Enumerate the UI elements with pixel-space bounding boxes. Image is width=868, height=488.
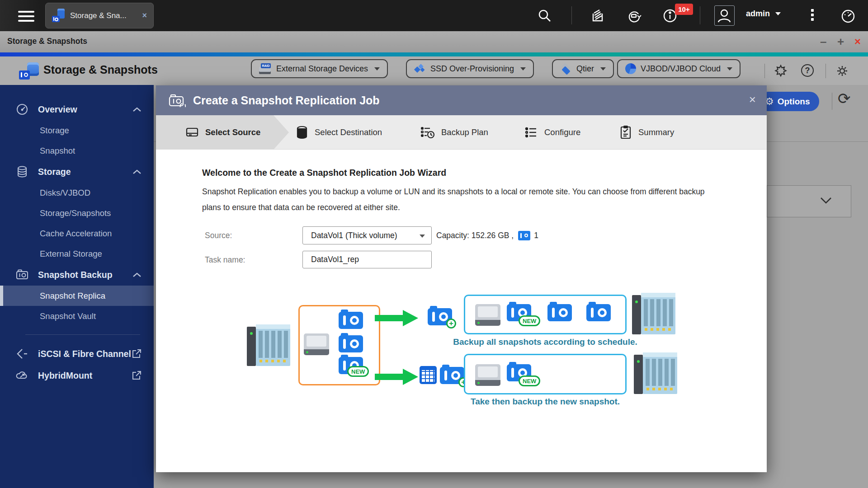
sidebar-item-snapshot-overview[interactable]: Snapshot bbox=[0, 141, 154, 161]
task-name-label: Task name: bbox=[205, 255, 245, 265]
sidebar-section-snapshot-backup[interactable]: Snapshot Backup bbox=[0, 264, 154, 286]
vjbod-button[interactable]: VJBOD/VJBOD Cloud bbox=[617, 59, 741, 78]
window-minimize-button[interactable]: – bbox=[820, 34, 826, 49]
replication-diagram: NEW NEW Backup all snapshots according t… bbox=[244, 289, 678, 408]
desktop-top-bar: Storage & Sna... × 10+ admin bbox=[0, 0, 868, 31]
disk-icon bbox=[475, 364, 500, 386]
collapsed-volume-panel[interactable] bbox=[767, 185, 851, 217]
step-configure[interactable]: Configure bbox=[524, 115, 580, 150]
chevron-up-icon[interactable] bbox=[132, 169, 142, 175]
global-settings-gear-icon[interactable] bbox=[835, 64, 849, 80]
source-dropdown[interactable]: DataVol1 (Thick volume) bbox=[302, 226, 432, 244]
header-divider bbox=[826, 64, 826, 78]
tab-close-icon[interactable]: × bbox=[142, 11, 147, 20]
sidebar-item-cache-acceleration[interactable]: Cache Acceleration bbox=[0, 223, 154, 244]
section-title: Storage bbox=[38, 167, 71, 177]
qtier-button[interactable]: Qtier bbox=[552, 59, 614, 78]
new-badge: NEW bbox=[347, 366, 369, 377]
options-button[interactable]: ⚙ Options bbox=[759, 92, 819, 111]
chevron-up-icon[interactable] bbox=[132, 106, 142, 113]
database-icon bbox=[15, 165, 30, 178]
iscsi-icon bbox=[15, 347, 30, 361]
gauge-icon bbox=[15, 103, 30, 116]
background-tasks-icon[interactable] bbox=[590, 8, 606, 23]
external-link-icon bbox=[131, 370, 142, 381]
snapshot-count-icon bbox=[518, 231, 530, 240]
dialog-content: Welcome to the Create a Snapshot Replica… bbox=[156, 150, 767, 472]
step-summary[interactable]: Summary bbox=[619, 115, 674, 150]
chevron-down-icon bbox=[819, 197, 833, 205]
nav-button-label: VJBOD/VJBOD Cloud bbox=[641, 64, 721, 74]
step-select-destination[interactable]: Select Destination bbox=[295, 115, 382, 150]
window-maximize-button[interactable]: + bbox=[837, 34, 844, 49]
snapshot-add-icon bbox=[428, 308, 452, 325]
help-icon[interactable]: ? bbox=[801, 64, 814, 77]
toolbar-divider bbox=[832, 93, 832, 110]
refresh-icon[interactable]: ⟳ bbox=[838, 89, 851, 108]
welcome-body: Snapshot Replication enables you to back… bbox=[202, 184, 706, 216]
nav-button-label: SSD Over-Provisioning bbox=[430, 64, 514, 74]
help-glyph: ? bbox=[801, 64, 814, 77]
sidebar-divider bbox=[25, 334, 140, 335]
external-link-icon bbox=[131, 348, 142, 359]
arrow-right-icon bbox=[375, 369, 418, 385]
sidebar-item-storage-overview[interactable]: Storage bbox=[0, 120, 154, 141]
external-storage-devices-button[interactable]: RAID External Storage Devices bbox=[251, 59, 388, 78]
window-close-button[interactable]: × bbox=[854, 34, 861, 49]
window-title: Storage & Snapshots bbox=[7, 37, 87, 46]
chevron-up-icon[interactable] bbox=[132, 272, 142, 278]
dialog-title-bar: Create a Snapshot Replication Job × bbox=[156, 85, 767, 115]
app-tab-label: Storage & Sna... bbox=[70, 11, 127, 20]
step-backup-plan[interactable]: Backup Plan bbox=[420, 115, 488, 150]
sidebar-item-storage-snapshots[interactable]: Storage/Snapshots bbox=[0, 203, 154, 223]
sidebar-section-storage[interactable]: Storage bbox=[0, 161, 154, 183]
step-label: Select Destination bbox=[315, 127, 382, 137]
schedule-caption: Backup all snapshots according to schedu… bbox=[448, 337, 642, 347]
user-avatar[interactable] bbox=[714, 5, 735, 26]
section-title: Overview bbox=[38, 104, 77, 115]
sync-status-icon[interactable] bbox=[626, 8, 642, 23]
task-name-input[interactable] bbox=[302, 251, 432, 268]
sidebar-item-disks-vjbod[interactable]: Disks/VJBOD bbox=[0, 183, 154, 203]
section-title: Snapshot Backup bbox=[38, 270, 113, 280]
sidebar-item-external-storage[interactable]: External Storage bbox=[0, 244, 154, 264]
welcome-heading: Welcome to the Create a Snapshot Replica… bbox=[202, 168, 446, 178]
chevron-down-icon bbox=[520, 67, 526, 70]
step-label: Summary bbox=[638, 127, 674, 137]
recover-scan-icon[interactable] bbox=[774, 64, 788, 80]
destination-nas-icon bbox=[634, 352, 677, 394]
storage-snapshots-app-icon bbox=[52, 9, 65, 22]
plan-clock-icon bbox=[420, 125, 435, 140]
step-select-source[interactable]: Select Source bbox=[185, 115, 260, 150]
sidebar-link-hybridmount[interactable]: HybridMount bbox=[0, 365, 154, 386]
more-options-icon[interactable] bbox=[810, 7, 815, 23]
ssd-over-provisioning-button[interactable]: SSD Over-Provisioning bbox=[406, 59, 534, 78]
capacity-label: Capacity: 152.26 GB , bbox=[436, 231, 514, 240]
source-nas-icon bbox=[247, 324, 290, 366]
snapshot-replication-icon bbox=[169, 94, 186, 107]
sidebar-section-overview[interactable]: Overview bbox=[0, 99, 154, 120]
sidebar-link-iscsi-fibre-channel[interactable]: iSCSI & Fibre Channel bbox=[0, 343, 154, 365]
admin-menu[interactable]: admin bbox=[746, 9, 781, 19]
app-tab[interactable]: Storage & Sna... × bbox=[45, 3, 154, 28]
chevron-down-icon bbox=[775, 12, 781, 15]
main-menu-icon[interactable] bbox=[18, 8, 34, 23]
options-label: Options bbox=[778, 97, 810, 107]
sidebar-item-snapshot-replica[interactable]: Snapshot Replica bbox=[0, 286, 154, 306]
search-icon[interactable] bbox=[537, 8, 552, 23]
dialog-close-icon[interactable]: × bbox=[749, 93, 756, 107]
sidebar-item-snapshot-vault[interactable]: Snapshot Vault bbox=[0, 306, 154, 326]
snapshot-add-icon bbox=[440, 367, 464, 384]
snapshot-icon bbox=[339, 335, 363, 352]
resource-monitor-icon[interactable] bbox=[840, 8, 855, 23]
snapshot-icon bbox=[547, 304, 572, 321]
header-divider bbox=[764, 64, 765, 78]
step-label: Backup Plan bbox=[441, 127, 488, 137]
destination-nas-icon bbox=[632, 293, 675, 334]
app-header: Storage & Snapshots RAID External Storag… bbox=[0, 56, 868, 85]
raid-drive-icon: RAID bbox=[259, 63, 272, 74]
wizard-steps-bar: Select Source Select Destination Backup … bbox=[156, 115, 767, 150]
snapshot-icon bbox=[586, 304, 611, 321]
chevron-down-icon bbox=[600, 67, 606, 70]
page-title: Storage & Snapshots bbox=[43, 63, 158, 76]
